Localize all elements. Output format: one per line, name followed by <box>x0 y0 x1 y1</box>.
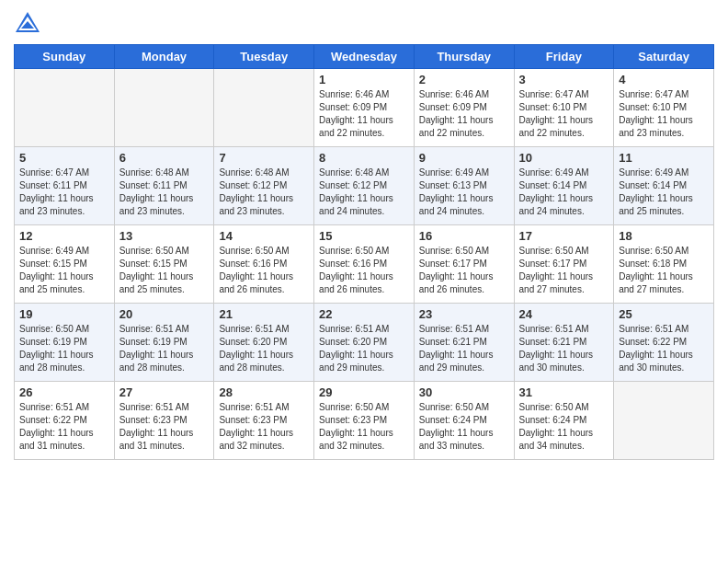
day-info: Sunrise: 6:47 AM Sunset: 6:10 PM Dayligh… <box>519 88 609 140</box>
calendar-cell: 7Sunrise: 6:48 AM Sunset: 6:12 PM Daylig… <box>214 147 314 225</box>
calendar-cell: 29Sunrise: 6:50 AM Sunset: 6:23 PM Dayli… <box>314 382 415 460</box>
day-info: Sunrise: 6:48 AM Sunset: 6:12 PM Dayligh… <box>319 167 409 218</box>
day-number: 29 <box>319 385 409 399</box>
day-info: Sunrise: 6:50 AM Sunset: 6:24 PM Dayligh… <box>419 401 509 453</box>
day-info: Sunrise: 6:50 AM Sunset: 6:15 PM Dayligh… <box>119 245 210 296</box>
day-number: 1 <box>319 73 409 86</box>
day-number: 30 <box>419 385 509 399</box>
day-number: 24 <box>519 307 609 321</box>
day-info: Sunrise: 6:50 AM Sunset: 6:16 PM Dayligh… <box>219 245 309 296</box>
calendar-cell: 18Sunrise: 6:50 AM Sunset: 6:18 PM Dayli… <box>614 225 714 304</box>
day-info: Sunrise: 6:51 AM Sunset: 6:22 PM Dayligh… <box>19 401 109 453</box>
col-header-monday: Monday <box>114 45 214 69</box>
calendar-cell: 14Sunrise: 6:50 AM Sunset: 6:16 PM Dayli… <box>214 225 314 304</box>
calendar-cell <box>214 69 314 147</box>
day-info: Sunrise: 6:50 AM Sunset: 6:17 PM Dayligh… <box>419 245 509 296</box>
header <box>14 9 714 37</box>
day-info: Sunrise: 6:51 AM Sunset: 6:21 PM Dayligh… <box>419 323 509 374</box>
day-info: Sunrise: 6:49 AM Sunset: 6:15 PM Dayligh… <box>19 245 109 296</box>
day-number: 13 <box>119 229 210 243</box>
calendar-cell: 4Sunrise: 6:47 AM Sunset: 6:10 PM Daylig… <box>614 69 714 147</box>
calendar-cell: 30Sunrise: 6:50 AM Sunset: 6:24 PM Dayli… <box>414 382 514 460</box>
day-info: Sunrise: 6:51 AM Sunset: 6:20 PM Dayligh… <box>219 323 309 374</box>
day-info: Sunrise: 6:51 AM Sunset: 6:23 PM Dayligh… <box>219 401 309 453</box>
calendar: SundayMondayTuesdayWednesdayThursdayFrid… <box>14 44 714 460</box>
day-info: Sunrise: 6:48 AM Sunset: 6:11 PM Dayligh… <box>119 167 210 218</box>
day-number: 22 <box>319 307 409 321</box>
page: SundayMondayTuesdayWednesdayThursdayFrid… <box>0 0 728 563</box>
col-header-tuesday: Tuesday <box>214 45 314 69</box>
day-number: 10 <box>519 151 609 165</box>
day-number: 20 <box>119 307 210 321</box>
calendar-cell: 1Sunrise: 6:46 AM Sunset: 6:09 PM Daylig… <box>314 69 415 147</box>
calendar-cell: 13Sunrise: 6:50 AM Sunset: 6:15 PM Dayli… <box>114 225 214 304</box>
calendar-cell: 15Sunrise: 6:50 AM Sunset: 6:16 PM Dayli… <box>314 225 415 304</box>
day-number: 26 <box>19 385 109 399</box>
day-number: 3 <box>519 73 609 86</box>
day-info: Sunrise: 6:47 AM Sunset: 6:11 PM Dayligh… <box>19 167 109 218</box>
calendar-cell: 9Sunrise: 6:49 AM Sunset: 6:13 PM Daylig… <box>414 147 514 225</box>
day-info: Sunrise: 6:49 AM Sunset: 6:14 PM Dayligh… <box>519 167 609 218</box>
day-number: 16 <box>419 229 509 243</box>
col-header-wednesday: Wednesday <box>314 45 415 69</box>
calendar-cell: 19Sunrise: 6:50 AM Sunset: 6:19 PM Dayli… <box>15 304 115 382</box>
calendar-cell: 21Sunrise: 6:51 AM Sunset: 6:20 PM Dayli… <box>214 304 314 382</box>
calendar-cell: 10Sunrise: 6:49 AM Sunset: 6:14 PM Dayli… <box>514 147 614 225</box>
day-number: 25 <box>619 307 709 321</box>
calendar-cell: 11Sunrise: 6:49 AM Sunset: 6:14 PM Dayli… <box>614 147 714 225</box>
day-number: 6 <box>119 151 210 165</box>
day-info: Sunrise: 6:50 AM Sunset: 6:18 PM Dayligh… <box>619 245 709 296</box>
day-number: 9 <box>419 151 509 165</box>
day-number: 4 <box>619 73 709 86</box>
calendar-cell: 20Sunrise: 6:51 AM Sunset: 6:19 PM Dayli… <box>114 304 214 382</box>
col-header-thursday: Thursday <box>414 45 514 69</box>
calendar-cell <box>114 69 214 147</box>
calendar-cell <box>614 382 714 460</box>
day-number: 28 <box>219 385 309 399</box>
day-info: Sunrise: 6:47 AM Sunset: 6:10 PM Dayligh… <box>619 88 709 140</box>
calendar-week-0: 1Sunrise: 6:46 AM Sunset: 6:09 PM Daylig… <box>15 69 714 147</box>
col-header-sunday: Sunday <box>15 45 115 69</box>
day-info: Sunrise: 6:50 AM Sunset: 6:24 PM Dayligh… <box>519 401 609 453</box>
day-number: 23 <box>419 307 509 321</box>
calendar-cell: 5Sunrise: 6:47 AM Sunset: 6:11 PM Daylig… <box>15 147 115 225</box>
calendar-cell: 8Sunrise: 6:48 AM Sunset: 6:12 PM Daylig… <box>314 147 415 225</box>
day-number: 8 <box>319 151 409 165</box>
day-number: 15 <box>319 229 409 243</box>
day-info: Sunrise: 6:50 AM Sunset: 6:23 PM Dayligh… <box>319 401 409 453</box>
col-header-saturday: Saturday <box>614 45 714 69</box>
calendar-cell: 23Sunrise: 6:51 AM Sunset: 6:21 PM Dayli… <box>414 304 514 382</box>
day-number: 27 <box>119 385 210 399</box>
day-info: Sunrise: 6:50 AM Sunset: 6:19 PM Dayligh… <box>19 323 109 374</box>
day-info: Sunrise: 6:50 AM Sunset: 6:16 PM Dayligh… <box>319 245 409 296</box>
day-number: 7 <box>219 151 309 165</box>
calendar-cell: 22Sunrise: 6:51 AM Sunset: 6:20 PM Dayli… <box>314 304 415 382</box>
calendar-cell: 16Sunrise: 6:50 AM Sunset: 6:17 PM Dayli… <box>414 225 514 304</box>
day-number: 5 <box>19 151 109 165</box>
day-number: 18 <box>619 229 709 243</box>
day-info: Sunrise: 6:51 AM Sunset: 6:20 PM Dayligh… <box>319 323 409 374</box>
calendar-week-2: 12Sunrise: 6:49 AM Sunset: 6:15 PM Dayli… <box>15 225 714 304</box>
calendar-cell: 2Sunrise: 6:46 AM Sunset: 6:09 PM Daylig… <box>414 69 514 147</box>
calendar-cell <box>15 69 115 147</box>
day-info: Sunrise: 6:50 AM Sunset: 6:17 PM Dayligh… <box>519 245 609 296</box>
day-info: Sunrise: 6:48 AM Sunset: 6:12 PM Dayligh… <box>219 167 309 218</box>
calendar-cell: 6Sunrise: 6:48 AM Sunset: 6:11 PM Daylig… <box>114 147 214 225</box>
calendar-cell: 3Sunrise: 6:47 AM Sunset: 6:10 PM Daylig… <box>514 69 614 147</box>
day-number: 19 <box>19 307 109 321</box>
day-number: 17 <box>519 229 609 243</box>
calendar-week-3: 19Sunrise: 6:50 AM Sunset: 6:19 PM Dayli… <box>15 304 714 382</box>
day-number: 12 <box>19 229 109 243</box>
day-info: Sunrise: 6:51 AM Sunset: 6:23 PM Dayligh… <box>119 401 210 453</box>
day-info: Sunrise: 6:49 AM Sunset: 6:13 PM Dayligh… <box>419 167 509 218</box>
calendar-header-row: SundayMondayTuesdayWednesdayThursdayFrid… <box>15 45 714 69</box>
calendar-week-4: 26Sunrise: 6:51 AM Sunset: 6:22 PM Dayli… <box>15 382 714 460</box>
day-info: Sunrise: 6:49 AM Sunset: 6:14 PM Dayligh… <box>619 167 709 218</box>
day-number: 11 <box>619 151 709 165</box>
day-info: Sunrise: 6:51 AM Sunset: 6:21 PM Dayligh… <box>519 323 609 374</box>
day-number: 14 <box>219 229 309 243</box>
calendar-cell: 24Sunrise: 6:51 AM Sunset: 6:21 PM Dayli… <box>514 304 614 382</box>
day-number: 21 <box>219 307 309 321</box>
day-number: 31 <box>519 385 609 399</box>
day-info: Sunrise: 6:46 AM Sunset: 6:09 PM Dayligh… <box>419 88 509 140</box>
